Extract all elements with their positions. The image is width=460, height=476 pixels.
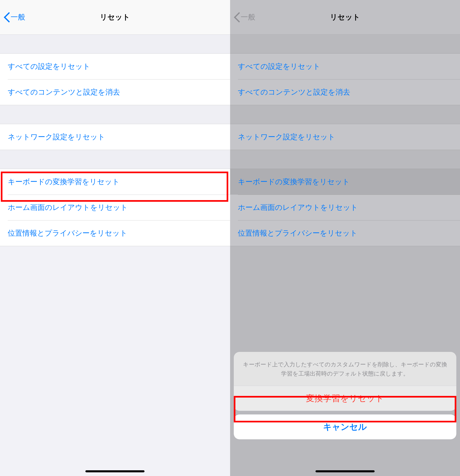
reset-home-layout: ホーム画面のレイアウトをリセット	[230, 195, 460, 220]
back-button[interactable]: 一般	[0, 12, 25, 22]
group-1: すべての設定をリセット すべてのコンテンツと設定を消去	[0, 53, 230, 105]
navbar: 一般 リセット	[0, 0, 230, 35]
row-label: ネットワーク設定をリセット	[238, 132, 335, 142]
row-label: すべてのコンテンツと設定を消去	[238, 87, 350, 97]
chevron-left-icon	[234, 12, 239, 22]
erase-all-content[interactable]: すべてのコンテンツと設定を消去	[0, 79, 230, 105]
row-label: キーボードの変換学習をリセット	[8, 177, 120, 187]
group-2: ネットワーク設定をリセット	[230, 124, 460, 150]
spacer	[0, 150, 230, 169]
back-button: 一般	[230, 12, 255, 22]
screen-left: 一般 リセット すべての設定をリセット すべてのコンテンツと設定を消去 ネットワ…	[0, 0, 230, 476]
reset-network: ネットワーク設定をリセット	[230, 124, 460, 150]
reset-home-layout[interactable]: ホーム画面のレイアウトをリセット	[0, 195, 230, 220]
group-2: ネットワーク設定をリセット	[0, 124, 230, 150]
reset-all-settings: すべての設定をリセット	[230, 54, 460, 79]
reset-keyboard-dictionary: キーボードの変換学習をリセット	[230, 169, 460, 195]
spacer	[0, 35, 230, 53]
content: すべての設定をリセット すべてのコンテンツと設定を消去 ネットワーク設定をリセッ…	[0, 35, 230, 246]
row-label: すべての設定をリセット	[238, 61, 320, 72]
row-label: 位置情報とプライバシーをリセット	[238, 228, 358, 238]
reset-location-privacy: 位置情報とプライバシーをリセット	[230, 220, 460, 246]
row-label: ホーム画面のレイアウトをリセット	[238, 203, 358, 212]
chevron-left-icon	[4, 12, 9, 22]
row-label: 位置情報とプライバシーをリセット	[8, 228, 127, 238]
action-label: 変換学習をリセット	[306, 393, 384, 404]
group-3: キーボードの変換学習をリセット ホーム画面のレイアウトをリセット 位置情報とプラ…	[0, 169, 230, 246]
action-sheet: キーボード上で入力したすべてのカスタムワードを削除し、キーボードの変換学習を工場…	[234, 352, 457, 439]
screen-right: 一般 リセット すべての設定をリセット すべてのコンテンツと設定を消去 ネットワ…	[230, 0, 460, 476]
reset-all-settings[interactable]: すべての設定をリセット	[0, 54, 230, 79]
spacer	[0, 105, 230, 124]
erase-all-content: すべてのコンテンツと設定を消去	[230, 79, 460, 105]
group-1: すべての設定をリセット すべてのコンテンツと設定を消去	[230, 53, 460, 105]
navbar: 一般 リセット	[230, 0, 460, 35]
page-title: リセット	[0, 12, 230, 22]
sheet-destructive-action[interactable]: 変換学習をリセット	[234, 386, 457, 411]
content: すべての設定をリセット すべてのコンテンツと設定を消去 ネットワーク設定をリセッ…	[230, 35, 460, 246]
row-label: ホーム画面のレイアウトをリセット	[8, 203, 128, 212]
cancel-label: キャンセル	[323, 421, 367, 433]
sheet-cancel-button[interactable]: キャンセル	[234, 415, 457, 439]
reset-keyboard-dictionary[interactable]: キーボードの変換学習をリセット	[0, 169, 230, 195]
sheet-message: キーボード上で入力したすべてのカスタムワードを削除し、キーボードの変換学習を工場…	[234, 352, 457, 386]
row-label: すべてのコンテンツと設定を消去	[8, 87, 120, 97]
spacer	[230, 105, 460, 124]
sheet-group: キーボード上で入力したすべてのカスタムワードを削除し、キーボードの変換学習を工場…	[234, 352, 457, 411]
spacer	[230, 35, 460, 53]
reset-location-privacy[interactable]: 位置情報とプライバシーをリセット	[0, 220, 230, 246]
home-indicator[interactable]	[85, 470, 145, 472]
reset-network[interactable]: ネットワーク設定をリセット	[0, 124, 230, 150]
page-title: リセット	[230, 12, 460, 22]
row-label: すべての設定をリセット	[8, 61, 90, 72]
home-indicator[interactable]	[315, 470, 375, 472]
row-label: ネットワーク設定をリセット	[8, 132, 105, 142]
spacer	[230, 150, 460, 169]
row-label: キーボードの変換学習をリセット	[238, 177, 350, 187]
group-3: キーボードの変換学習をリセット ホーム画面のレイアウトをリセット 位置情報とプラ…	[230, 169, 460, 246]
